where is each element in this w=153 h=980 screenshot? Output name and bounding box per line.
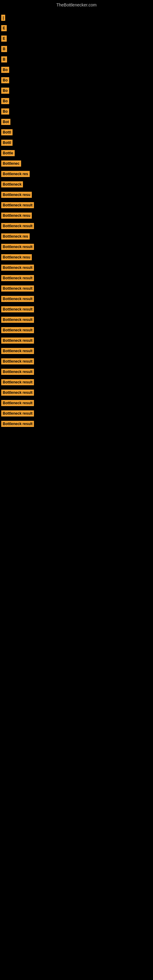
label-box[interactable]: Bottle [1,150,15,156]
list-item: Bottleneck result [0,409,153,418]
list-item: Bo [0,107,153,116]
label-box[interactable]: Bottleneck resu [1,192,32,198]
label-box[interactable]: Bottleneck result [1,296,34,302]
list-item: Bot [0,118,153,126]
list-item: Bottleneck result [0,336,153,345]
label-box[interactable]: Bottlenec [1,161,21,167]
list-item: Bottleneck resu [0,191,153,199]
list-item: Bottle [0,149,153,158]
items-container: |EEBBBoBoBoBoBoBotBottlBottlBottleBottle… [0,9,153,433]
list-item: Bottl [0,138,153,147]
list-item: Bottleneck result [0,263,153,272]
label-box[interactable]: Bottleneck result [1,410,34,417]
list-item: Bottleneck [0,180,153,189]
label-box[interactable]: Bo [1,98,9,104]
label-box[interactable]: Bottleneck result [1,285,34,291]
list-item: E [0,34,153,43]
label-box[interactable]: B [1,46,7,52]
list-item: Bottleneck resu [0,253,153,261]
label-box[interactable]: Bottleneck result [1,421,34,427]
list-item: Bottleneck result [0,388,153,397]
label-box[interactable]: Bottleneck result [1,369,34,375]
label-box[interactable]: E [1,25,7,31]
site-title: TheBottlenecker.com [0,0,153,9]
label-box[interactable]: Bottleneck result [1,348,34,354]
list-item: Bottleneck result [0,420,153,428]
list-item: E [0,24,153,32]
label-box[interactable]: Bottleneck res [1,233,30,240]
label-box[interactable]: Bottleneck result [1,379,34,385]
label-box[interactable]: Bo [1,67,9,73]
label-box[interactable]: Bottleneck result [1,390,34,396]
label-box[interactable]: Bottleneck result [1,223,34,229]
list-item: Bo [0,65,153,74]
label-box[interactable]: Bottleneck res [1,171,30,177]
label-box[interactable]: | [1,15,5,21]
label-box[interactable]: Bottleneck result [1,275,34,281]
list-item: Bottleneck res [0,232,153,241]
list-item: Bottlenec [0,159,153,168]
label-box[interactable]: Bottleneck resu [1,254,32,260]
list-item: Bottleneck result [0,399,153,407]
label-box[interactable]: Bo [1,108,9,115]
list-item: | [0,13,153,22]
list-item: Bottleneck res [0,170,153,178]
label-box[interactable]: Bottleneck result [1,317,34,323]
label-box[interactable]: Bottleneck resu [1,213,32,219]
list-item: Bottl [0,128,153,137]
label-box[interactable]: Bottleneck result [1,400,34,406]
list-item: Bottleneck result [0,378,153,387]
label-box[interactable]: Bottleneck result [1,265,34,271]
list-item: Bottleneck result [0,201,153,210]
label-box[interactable]: Bottleneck result [1,202,34,208]
label-box[interactable]: Bottleneck [1,181,23,188]
list-item: Bottleneck result [0,357,153,366]
list-item: Bottleneck result [0,347,153,355]
label-box[interactable]: Bottl [1,140,13,146]
label-box[interactable]: E [1,35,7,41]
label-box[interactable]: Bottleneck result [1,306,34,312]
list-item: Bo [0,86,153,95]
list-item: Bottleneck result [0,326,153,334]
list-item: Bo [0,76,153,84]
list-item: Bottleneck result [0,294,153,303]
list-item: Bottleneck resu [0,211,153,220]
list-item: Bottleneck result [0,284,153,293]
list-item: Bottleneck result [0,315,153,324]
label-box[interactable]: Bottleneck result [1,327,34,333]
label-box[interactable]: Bo [1,77,9,83]
label-box[interactable]: Bottleneck result [1,244,34,250]
label-box[interactable]: Bo [1,88,9,94]
label-box[interactable]: Bottl [1,129,13,135]
list-item: Bottleneck result [0,305,153,313]
list-item: Bottleneck result [0,222,153,230]
list-item: B [0,55,153,64]
label-box[interactable]: Bottleneck result [1,337,34,344]
list-item: Bottleneck result [0,368,153,376]
list-item: Bo [0,97,153,105]
label-box[interactable]: B [1,56,7,62]
label-box[interactable]: Bottleneck result [1,358,34,364]
list-item: Bottleneck result [0,243,153,251]
list-item: Bottleneck result [0,274,153,282]
list-item: B [0,45,153,53]
label-box[interactable]: Bot [1,119,10,125]
